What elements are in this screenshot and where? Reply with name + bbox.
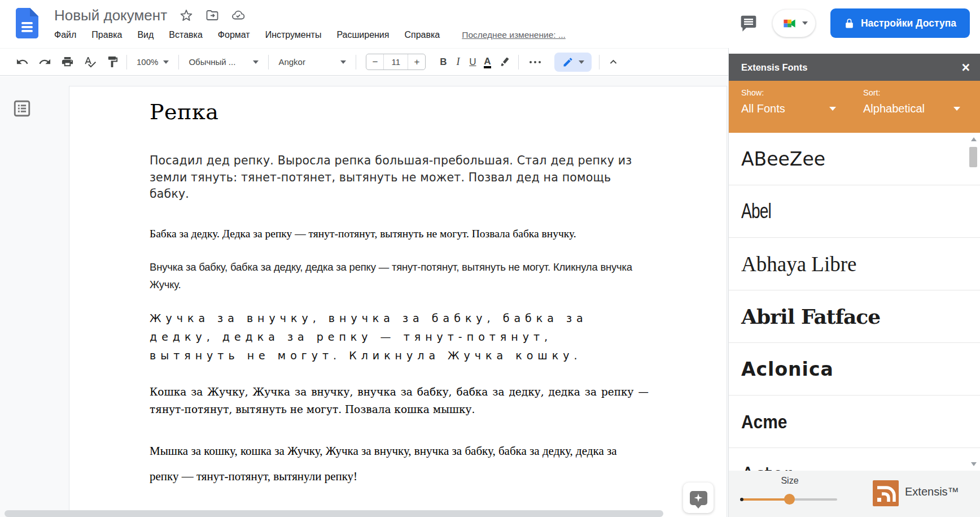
toolbar-separator xyxy=(126,55,127,69)
zoom-caret-icon xyxy=(163,60,169,64)
zoom-select[interactable]: 100% xyxy=(134,57,171,67)
panel-close-icon[interactable]: × xyxy=(961,60,970,75)
font-family-select[interactable]: Angkor xyxy=(276,57,348,67)
extensis-brand-link[interactable]: Extensis™ xyxy=(905,485,959,498)
font-size-decrease-button[interactable]: − xyxy=(366,57,383,68)
explore-button[interactable] xyxy=(683,483,714,513)
menu-extensions[interactable]: Расширения xyxy=(336,30,389,40)
toolbar-separator xyxy=(518,55,519,69)
redo-button[interactable] xyxy=(38,55,51,68)
scroll-down-icon[interactable] xyxy=(971,462,977,466)
panel-title: Extensis Fonts xyxy=(741,62,807,73)
pencil-edit-icon xyxy=(562,57,574,68)
font-size-slider[interactable] xyxy=(741,498,837,501)
mode-caret-icon xyxy=(579,60,584,64)
document-title-input[interactable]: Новый документ xyxy=(54,7,167,24)
extensis-fonts-panel: Extensis Fonts × Show: All Fonts Sort: A… xyxy=(728,48,980,517)
doc-paragraph-2[interactable]: Бабка за дедку. Дедка за репку — тянут-п… xyxy=(150,225,649,242)
font-size-increase-button[interactable]: + xyxy=(408,57,425,68)
paragraph-style-select[interactable]: Обычный ... xyxy=(186,57,261,67)
toolbar-separator xyxy=(178,55,179,69)
font-item-abril-fatface[interactable]: Abril Fatface xyxy=(729,290,980,343)
paint-format-button[interactable] xyxy=(106,55,119,68)
doc-paragraph-5[interactable]: Кошка за Жучку, Жучка за внучку, внучка … xyxy=(150,383,649,418)
text-color-button[interactable]: A xyxy=(480,56,495,68)
more-options-icon[interactable] xyxy=(526,61,544,63)
menu-edit[interactable]: Правка xyxy=(91,30,122,40)
app-header: Новый документ Файл Правка Вид Вставка Ф… xyxy=(0,0,980,48)
font-list: ABeeZee Abel Abhaya Libre Abril Fatface … xyxy=(729,133,980,471)
menu-file[interactable]: Файл xyxy=(54,30,76,40)
italic-button[interactable]: I xyxy=(450,56,465,68)
toolbar-separator xyxy=(599,55,600,69)
document-outline-icon[interactable] xyxy=(12,99,32,118)
star-icon[interactable] xyxy=(180,8,193,22)
font-size-input[interactable]: 11 xyxy=(383,54,408,69)
show-fonts-value: All Fonts xyxy=(741,102,785,115)
sort-caret-icon xyxy=(953,107,960,111)
slider-fill xyxy=(741,498,789,501)
style-caret-icon xyxy=(253,60,259,64)
font-item-abeezee[interactable]: ABeeZee xyxy=(729,133,980,185)
doc-paragraph-4[interactable]: Жучка за внучку, внучка за бабку, бабка … xyxy=(150,309,649,365)
paragraph-style-value: Обычный ... xyxy=(189,57,235,67)
explore-badge-icon xyxy=(690,491,707,505)
meet-caret-icon xyxy=(802,21,808,25)
font-size-group: − 11 + xyxy=(366,54,426,70)
panel-header: Extensis Fonts × xyxy=(729,54,980,81)
font-item-abhaya-libre[interactable]: Abhaya Libre xyxy=(729,238,980,290)
menu-tools[interactable]: Инструменты xyxy=(265,30,322,40)
cloud-saved-icon[interactable] xyxy=(231,8,245,22)
editing-mode-button[interactable] xyxy=(554,53,592,72)
google-docs-logo-icon[interactable] xyxy=(16,8,38,38)
collapse-toolbar-button[interactable] xyxy=(607,55,620,68)
last-edit-link[interactable]: Последнее изменение: ... xyxy=(462,30,566,40)
text-color-glyph: A xyxy=(484,57,491,68)
font-item-aclonica[interactable]: Aclonica xyxy=(729,343,980,396)
menu-view[interactable]: Вид xyxy=(137,30,154,40)
font-caret-icon xyxy=(340,60,346,64)
bold-button[interactable]: B xyxy=(436,57,450,68)
move-to-folder-icon[interactable] xyxy=(205,8,219,22)
menu-format[interactable]: Формат xyxy=(218,30,250,40)
share-settings-button[interactable]: Настройки Доступа xyxy=(830,8,970,38)
doc-heading[interactable]: Репка xyxy=(150,98,649,125)
font-item-acme[interactable]: Acme xyxy=(729,396,980,448)
toolbar-separator xyxy=(268,55,269,69)
underline-button[interactable]: U xyxy=(465,57,480,68)
extensis-logo-icon[interactable] xyxy=(873,480,899,506)
highlight-color-button[interactable] xyxy=(498,55,511,68)
sort-label: Sort: xyxy=(863,88,960,97)
sort-dropdown[interactable]: Alphabetical xyxy=(863,102,960,115)
font-item-actor[interactable]: Actor xyxy=(729,448,980,471)
slider-start-dot xyxy=(740,498,743,501)
panel-controls: Show: All Fonts Sort: Alphabetical xyxy=(729,81,980,133)
scrollbar-thumb[interactable] xyxy=(969,147,977,167)
lock-icon xyxy=(844,18,855,29)
zoom-value: 100% xyxy=(137,57,158,67)
share-settings-label: Настройки Доступа xyxy=(861,18,956,29)
slider-thumb[interactable] xyxy=(784,494,795,505)
doc-paragraph-1[interactable]: Посадил дед репку. Выросла репка большая… xyxy=(150,153,649,203)
comments-icon[interactable] xyxy=(740,14,758,32)
scroll-up-icon[interactable] xyxy=(971,137,977,141)
doc-paragraph-6[interactable]: Мышка за кошку, кошка за Жучку, Жучка за… xyxy=(150,438,649,489)
show-caret-icon xyxy=(829,107,836,111)
undo-button[interactable] xyxy=(16,55,29,68)
horizontal-scrollbar[interactable] xyxy=(5,510,663,517)
print-button[interactable] xyxy=(61,55,74,68)
font-item-abel[interactable]: Abel xyxy=(729,185,980,238)
menu-insert[interactable]: Вставка xyxy=(169,30,202,40)
doc-paragraph-3[interactable]: Внучка за бабку, бабка за дедку, дедка з… xyxy=(150,258,649,293)
show-label: Show: xyxy=(741,88,836,97)
four-point-star-icon xyxy=(694,494,703,502)
sort-value: Alphabetical xyxy=(863,102,925,115)
toolbar-separator xyxy=(356,55,356,69)
document-area: Репка Посадил дед репку. Выросла репка б… xyxy=(0,76,728,517)
toolbar: 100% Обычный ... Angkor − 11 + B I U A xyxy=(0,48,728,76)
spellcheck-button[interactable] xyxy=(84,55,97,68)
menu-help[interactable]: Справка xyxy=(404,30,440,40)
document-page[interactable]: Репка Посадил дед репку. Выросла репка б… xyxy=(69,86,727,517)
show-fonts-dropdown[interactable]: All Fonts xyxy=(741,102,836,115)
meet-call-button[interactable] xyxy=(772,9,816,37)
